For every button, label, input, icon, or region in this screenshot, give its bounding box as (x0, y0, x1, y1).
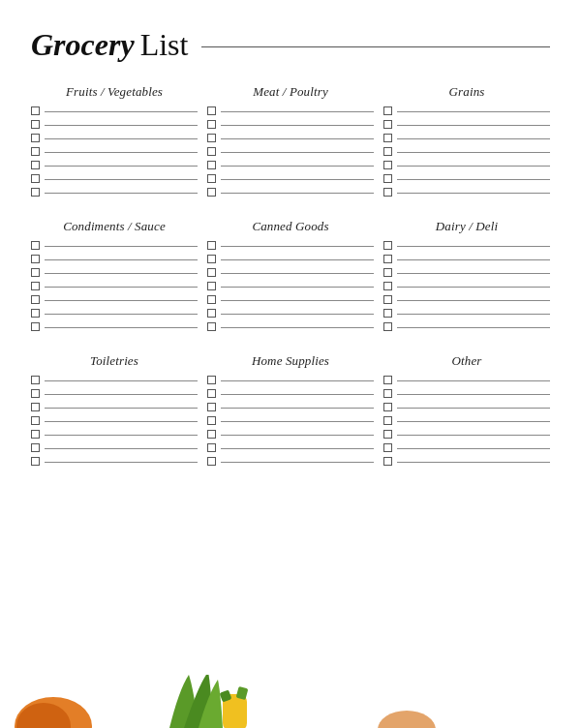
page-header: Grocery List (31, 27, 550, 63)
checkbox[interactable] (207, 282, 216, 290)
checkbox[interactable] (31, 134, 40, 142)
checkbox[interactable] (31, 174, 40, 183)
checkbox[interactable] (383, 322, 392, 331)
checkbox[interactable] (383, 389, 392, 398)
checkbox[interactable] (31, 188, 40, 197)
decorative-bottom (0, 675, 581, 728)
checkbox[interactable] (207, 161, 216, 169)
checkbox[interactable] (383, 268, 392, 277)
list-item (383, 322, 550, 331)
list-item (207, 241, 374, 250)
item-line (221, 287, 374, 288)
checkbox[interactable] (31, 106, 40, 115)
item-line (397, 138, 550, 139)
item-line (221, 166, 374, 167)
checkbox[interactable] (383, 161, 392, 169)
checkbox[interactable] (383, 282, 392, 290)
checkbox[interactable] (31, 457, 40, 466)
checkbox[interactable] (31, 161, 40, 169)
checkbox[interactable] (31, 309, 40, 318)
checkbox[interactable] (31, 255, 40, 263)
checkbox[interactable] (383, 106, 392, 115)
checkbox[interactable] (207, 174, 216, 183)
checkbox[interactable] (207, 241, 216, 250)
list-item (31, 430, 198, 439)
item-line (221, 259, 374, 260)
list-item (383, 309, 550, 318)
checkbox[interactable] (31, 376, 40, 384)
checkbox[interactable] (383, 416, 392, 425)
checklist-condiments-sauce (31, 241, 198, 331)
checkbox[interactable] (207, 389, 216, 398)
item-line (397, 380, 550, 381)
item-line (397, 166, 550, 167)
item-line (397, 314, 550, 315)
checkbox[interactable] (207, 309, 216, 318)
item-line (45, 327, 198, 328)
checkbox[interactable] (31, 282, 40, 290)
list-item (383, 174, 550, 183)
list-item (207, 188, 374, 197)
checkbox[interactable] (383, 255, 392, 263)
checkbox[interactable] (207, 188, 216, 197)
checkbox[interactable] (207, 322, 216, 331)
checkbox[interactable] (31, 268, 40, 277)
checkbox[interactable] (383, 174, 392, 183)
checkbox[interactable] (383, 134, 392, 142)
checkbox[interactable] (31, 430, 40, 439)
item-line (221, 408, 374, 409)
item-line (397, 152, 550, 153)
bottom-decoration (0, 675, 581, 728)
checkbox[interactable] (31, 416, 40, 425)
checkbox[interactable] (207, 295, 216, 304)
list-item (207, 147, 374, 156)
checkbox[interactable] (31, 120, 40, 129)
checkbox[interactable] (207, 416, 216, 425)
item-line (397, 448, 550, 449)
list-item (31, 147, 198, 156)
checkbox[interactable] (383, 120, 392, 129)
checkbox[interactable] (383, 188, 392, 197)
checkbox[interactable] (383, 457, 392, 466)
checkbox[interactable] (383, 376, 392, 384)
section-title-dairy-deli: Dairy / Deli (383, 219, 550, 234)
checkbox[interactable] (31, 295, 40, 304)
section-fruits-vegetables: Fruits / Vegetables (31, 84, 198, 201)
checkbox[interactable] (383, 443, 392, 452)
checkbox[interactable] (207, 376, 216, 384)
checkbox[interactable] (383, 241, 392, 250)
checkbox[interactable] (383, 295, 392, 304)
checkbox[interactable] (31, 322, 40, 331)
item-line (45, 273, 198, 274)
list-item (31, 268, 198, 277)
list-item (31, 403, 198, 411)
checkbox[interactable] (207, 120, 216, 129)
checkbox[interactable] (31, 241, 40, 250)
checkbox[interactable] (31, 147, 40, 156)
list-item (383, 188, 550, 197)
list-item (207, 403, 374, 411)
checkbox[interactable] (207, 443, 216, 452)
list-item (207, 430, 374, 439)
checkbox[interactable] (207, 268, 216, 277)
checkbox[interactable] (383, 403, 392, 411)
checkbox[interactable] (31, 403, 40, 411)
checkbox[interactable] (207, 403, 216, 411)
list-item (207, 416, 374, 425)
checkbox[interactable] (207, 134, 216, 142)
checkbox[interactable] (207, 430, 216, 439)
checkbox[interactable] (207, 457, 216, 466)
checkbox[interactable] (383, 430, 392, 439)
checkbox[interactable] (207, 106, 216, 115)
checkbox[interactable] (207, 147, 216, 156)
checkbox[interactable] (383, 147, 392, 156)
checkbox[interactable] (207, 255, 216, 263)
checkbox[interactable] (383, 309, 392, 318)
header-bold: Grocery (31, 27, 135, 63)
section-meat-poultry: Meat / Poultry (207, 84, 374, 201)
checkbox[interactable] (31, 443, 40, 452)
list-item (207, 268, 374, 277)
list-item (31, 106, 198, 115)
checkbox[interactable] (31, 389, 40, 398)
item-line (397, 259, 550, 260)
